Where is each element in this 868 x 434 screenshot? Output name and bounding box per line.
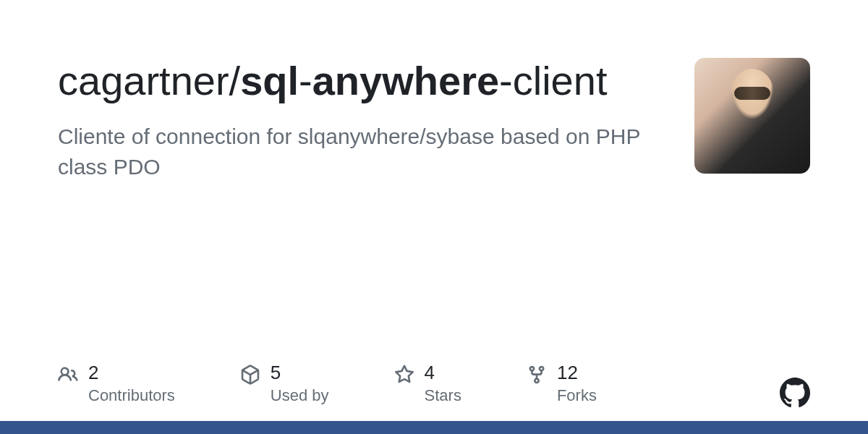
people-icon bbox=[58, 365, 78, 385]
forks-count: 12 bbox=[557, 363, 597, 382]
contributors-count: 2 bbox=[88, 363, 175, 382]
stat-forks: 12 Forks bbox=[527, 363, 597, 405]
repo-name-suffix: -client bbox=[499, 58, 607, 103]
text-block: cagartner/sql-anywhere-client Cliente of… bbox=[58, 58, 658, 182]
forks-label: Forks bbox=[557, 386, 597, 405]
stat-stars: 4 Stars bbox=[394, 363, 461, 405]
repo-description: Cliente of connection for slqanywhere/sy… bbox=[58, 122, 658, 182]
stat-contributors: 2 Contributors bbox=[58, 363, 175, 405]
stars-label: Stars bbox=[425, 386, 461, 405]
avatar bbox=[694, 58, 810, 174]
usedby-label: Used by bbox=[271, 386, 329, 405]
repo-owner: cagartner bbox=[58, 58, 229, 103]
repo-card: cagartner/sql-anywhere-client Cliente of… bbox=[0, 0, 868, 434]
header-row: cagartner/sql-anywhere-client Cliente of… bbox=[58, 58, 810, 182]
github-logo-icon bbox=[780, 378, 810, 408]
star-icon bbox=[394, 365, 414, 385]
repo-name-part2: anywhere bbox=[312, 58, 499, 103]
repo-title: cagartner/sql-anywhere-client bbox=[58, 58, 658, 104]
fork-icon bbox=[527, 365, 547, 385]
package-icon bbox=[240, 365, 260, 385]
stats-row: 2 Contributors 5 Used by 4 Stars 12 Fork… bbox=[58, 363, 810, 405]
stat-usedby: 5 Used by bbox=[240, 363, 329, 405]
usedby-count: 5 bbox=[271, 363, 329, 382]
accent-bar bbox=[0, 421, 868, 434]
contributors-label: Contributors bbox=[88, 386, 175, 405]
repo-name-part1: sql bbox=[240, 58, 299, 103]
stars-count: 4 bbox=[425, 363, 461, 382]
